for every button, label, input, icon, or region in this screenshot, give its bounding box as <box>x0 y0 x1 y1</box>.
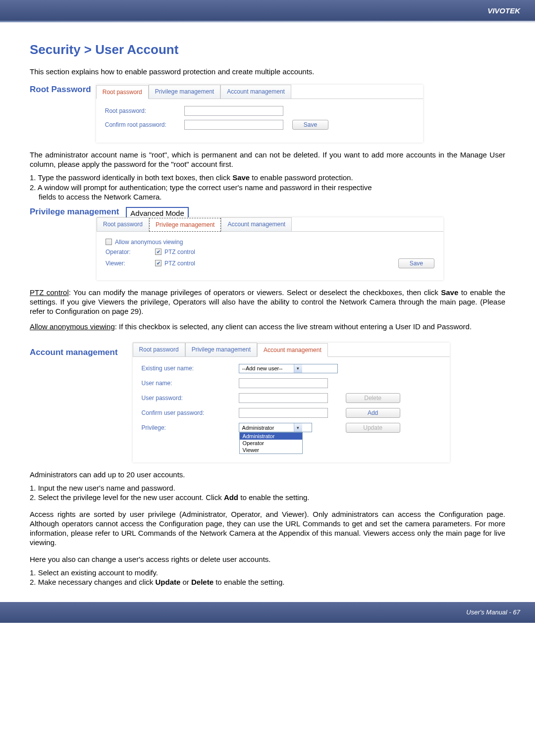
footer-bar: User's Manual - 67 <box>0 602 535 623</box>
confirm-user-label: Confirm user password: <box>142 409 221 416</box>
username-label: User name: <box>142 380 221 387</box>
acct-access-rights: Access rights are sorted by user privile… <box>30 509 505 548</box>
chevron-down-icon: ▾ <box>294 364 302 373</box>
acct-step4-bold1: Update <box>155 578 180 586</box>
priv-opt-operator[interactable]: Operator <box>240 440 302 447</box>
acct-step4-mid: or <box>180 578 191 586</box>
acct-step4b: to enable the setting. <box>214 578 284 586</box>
confirm-root-label: Confirm root password: <box>105 121 184 128</box>
root-tabs: Root password Privilege management Accou… <box>96 85 423 99</box>
acct-step4a: 2. Make necessary changes and click <box>30 578 155 586</box>
acct-tabs: Root password Privilege management Accou… <box>133 343 450 357</box>
root-step1b: to enable password protection. <box>250 173 353 182</box>
root-password-panel: Root password Privilege management Accou… <box>96 85 423 143</box>
acct-step1: 1. Input the new user's name and passwor… <box>30 483 505 493</box>
root-password-heading: Root Password <box>30 85 91 95</box>
acct-step4-bold2: Delete <box>191 578 214 586</box>
delete-button[interactable]: Delete <box>346 393 400 403</box>
update-button[interactable]: Update <box>346 423 400 433</box>
ptz-control-link: PTZ control <box>30 288 69 297</box>
privilege-label: Privilege: <box>142 424 221 431</box>
confirm-root-input[interactable] <box>184 120 283 130</box>
root-step1a: 1. Type the password identically in both… <box>30 173 232 182</box>
root-password-block: Root Password Root password Privilege ma… <box>30 85 505 143</box>
tab-privilege-management-2[interactable]: Privilege management <box>149 218 221 232</box>
confirm-user-input[interactable] <box>239 408 328 418</box>
priv-opt-admin[interactable]: Administrator <box>240 433 302 440</box>
root-password-label: Root password: <box>105 107 184 114</box>
operator-ptz-label: PTZ control <box>164 249 195 255</box>
priv-opt-viewer[interactable]: Viewer <box>240 447 302 454</box>
root-steps: 1. Type the password identically in both… <box>30 173 505 202</box>
userpass-label: User password: <box>142 395 221 402</box>
username-input[interactable] <box>239 378 328 388</box>
acct-step2a: 2. Select the privilege level for the ne… <box>30 493 224 502</box>
acct-change-rights: Here you also can change a user's access… <box>30 554 505 564</box>
root-desc: The administrator account name is "root"… <box>30 150 505 169</box>
priv-save-button[interactable]: Save <box>398 258 434 268</box>
allow-anon-label: Allow anonymous viewing <box>115 239 183 246</box>
acct-desc1: Administrators can add up to 20 user acc… <box>30 470 505 479</box>
tab-privilege-management[interactable]: Privilege management <box>149 85 220 99</box>
page-title: Security > User Account <box>30 42 505 57</box>
acct-steps-b: 1. Select an existing account to modify.… <box>30 568 505 587</box>
existing-user-label: Existing user name: <box>142 365 221 372</box>
allow-anon-link: Allow anonymous viewing <box>30 322 115 331</box>
root-step2: 2. A window will prompt for authenticati… <box>30 183 372 192</box>
root-step2-cont: fields to access the Network Camera. <box>39 193 161 201</box>
privilege-panel: Root password Privilege management Accou… <box>97 217 443 280</box>
acct-steps-a: 1. Input the new user's name and passwor… <box>30 483 505 503</box>
account-heading: Account management <box>30 343 118 357</box>
operator-label: Operator: <box>106 249 155 255</box>
existing-user-value: --Add new user-- <box>239 365 294 372</box>
tab-account-management-3[interactable]: Account management <box>257 343 328 357</box>
viewer-label: Viewer: <box>106 260 155 267</box>
anon-desc: Allow anonymous viewing: If this checkbo… <box>30 322 505 331</box>
existing-user-select[interactable]: --Add new user-- ▾ <box>239 364 338 373</box>
tab-root-password-3[interactable]: Root password <box>133 343 185 356</box>
viewer-ptz-checkbox[interactable] <box>155 260 161 266</box>
ptz-desc: PTZ control: You can modify the manage p… <box>30 288 505 316</box>
acct-step2-bold: Add <box>224 493 238 502</box>
tab-account-management-2[interactable]: Account management <box>221 217 292 231</box>
root-step1-bold: Save <box>232 173 250 182</box>
acct-step3: 1. Select an existing account to modify. <box>30 568 505 578</box>
header-bar: VIVOTEK <box>0 0 535 21</box>
acct-step2b: to enable the setting. <box>238 493 309 502</box>
privilege-select[interactable]: Administrator ▾ Administrator Operator V… <box>239 423 312 432</box>
account-panel: Root password Privilege management Accou… <box>133 343 450 462</box>
page-content: Security > User Account This section exp… <box>0 22 535 602</box>
operator-ptz-checkbox[interactable] <box>155 249 161 255</box>
chevron-down-icon: ▾ <box>294 423 302 432</box>
privilege-value: Administrator <box>239 424 294 431</box>
priv-tabs: Root password Privilege management Accou… <box>97 217 443 232</box>
add-button[interactable]: Add <box>346 408 400 418</box>
tab-root-password[interactable]: Root password <box>96 85 149 99</box>
tab-root-password-2[interactable]: Root password <box>97 217 149 231</box>
root-save-button[interactable]: Save <box>292 120 328 130</box>
userpass-input[interactable] <box>239 393 328 403</box>
tab-account-management[interactable]: Account management <box>220 85 291 99</box>
footer-text: User's Manual - 67 <box>466 608 520 616</box>
brand-text: VIVOTEK <box>487 6 520 15</box>
intro-text: This section explains how to enable pass… <box>30 67 505 76</box>
tab-privilege-management-3[interactable]: Privilege management <box>185 343 257 356</box>
privilege-heading: Privilege management <box>30 207 119 217</box>
allow-anon-checkbox[interactable] <box>106 239 112 245</box>
privilege-dropdown: Administrator Operator Viewer <box>239 432 303 454</box>
root-password-input[interactable] <box>184 106 283 116</box>
viewer-ptz-label: PTZ control <box>164 260 195 267</box>
